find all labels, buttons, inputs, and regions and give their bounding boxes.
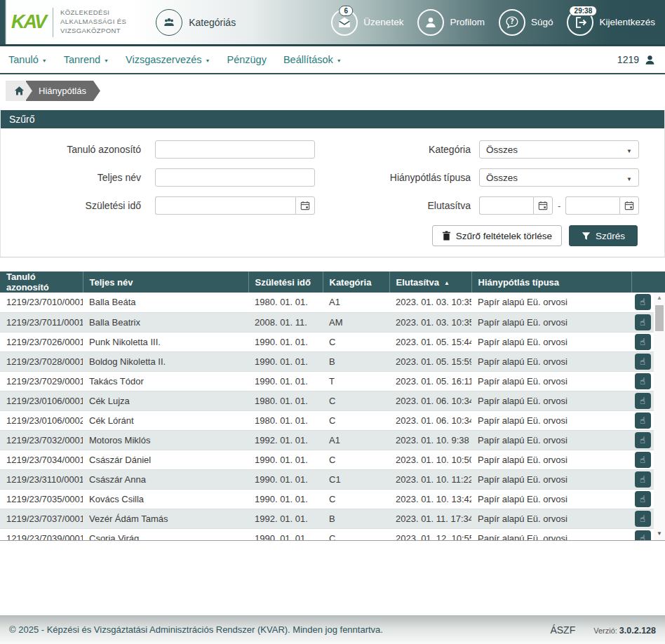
table-row: 1219/23/0106/0001 Cék Lujza 1980. 01. 01…: [0, 391, 654, 410]
copyright-text: © 2025 - Képzési és Vizsgáztatási Admini…: [9, 624, 383, 635]
table-row: 1219/23/7037/0001 Vezér Ádám Tamás 1992.…: [0, 509, 654, 528]
table-row: 1219/23/7035/0001 Kovács Csilla 1990. 01…: [0, 489, 654, 509]
cell-id: 1219/23/7032/0001: [0, 430, 83, 450]
cell-rejected: 2023. 01. 03. 10:35: [389, 293, 471, 312]
col-header-tanulo-azonosito[interactable]: Tanuló azonosító: [0, 271, 83, 293]
student-id-input[interactable]: [155, 140, 315, 159]
scroll-up-icon[interactable]: [654, 293, 665, 303]
open-record-button[interactable]: [635, 334, 651, 350]
nav-label: Tanuló: [8, 54, 39, 65]
open-record-button[interactable]: [635, 354, 651, 370]
terms-link[interactable]: ÁSZF: [550, 624, 575, 636]
type-select[interactable]: Összes: [479, 168, 639, 187]
col-header-teljes-nev[interactable]: Teljes név: [83, 271, 248, 293]
open-record-button[interactable]: [635, 393, 651, 409]
group-icon: [156, 9, 182, 36]
messages-button[interactable]: 6 Üzenetek: [331, 9, 403, 36]
nav-item-vizsgaszervezes[interactable]: Vizsgaszervezés: [126, 54, 210, 65]
app-footer: © 2025 - Képzési és Vizsgáztatási Admini…: [0, 615, 665, 644]
scrollbar-thumb[interactable]: [655, 305, 664, 331]
filter-panel-body: Tanuló azonosító Kategória Összes Teljes…: [1, 128, 664, 257]
open-record-button[interactable]: [635, 373, 651, 389]
cell-type: Papír alapú Eü. orvosi: [471, 351, 631, 371]
col-header-hianypotlas-tipusa[interactable]: Hiánypótlás típusa: [471, 271, 631, 293]
help-label: Súgó: [531, 17, 553, 27]
calendar-icon[interactable]: [619, 196, 639, 215]
full-name-input[interactable]: [155, 168, 315, 187]
cell-birth: 1992. 01. 01.: [248, 430, 323, 450]
nav-item-beallitasok[interactable]: Beállítások: [283, 54, 342, 65]
table-row: 1219/23/7028/0001 Boldog Nikoletta II. 1…: [0, 351, 654, 371]
nav-item-tanulo[interactable]: Tanuló: [8, 54, 47, 65]
profile-button[interactable]: Profilom: [417, 9, 485, 36]
cell-type: Papír alapú Eü. orvosi: [471, 469, 631, 489]
calendar-icon[interactable]: [533, 196, 553, 215]
user-session-indicator[interactable]: 1219: [617, 53, 657, 67]
kav-logo[interactable]: KAV KÖZLEKEDÉSI ALKALMASSÁGI ÉS VIZSGAKÖ…: [11, 8, 126, 37]
rejected-from-input[interactable]: [479, 196, 533, 215]
vertical-scrollbar: [654, 271, 665, 540]
cell-category: C: [323, 528, 389, 541]
cell-name: Kovács Csilla: [83, 489, 248, 509]
help-bubble-icon: ?: [499, 9, 525, 36]
open-record-button[interactable]: [635, 294, 651, 310]
col-header-kategoria[interactable]: Kategória: [323, 271, 389, 293]
cell-rejected: 2023. 01. 03. 10:35: [389, 312, 471, 332]
breadcrumb-current: Hiánypótlás: [26, 81, 100, 101]
cell-type: Papír alapú Eü. orvosi: [471, 430, 631, 450]
filter-funnel-icon: [582, 232, 591, 241]
scroll-down-icon[interactable]: [654, 528, 665, 539]
open-record-button[interactable]: [635, 452, 651, 468]
trash-icon: [442, 231, 451, 241]
profile-label: Profilom: [450, 17, 485, 27]
cell-rejected: 2023. 01. 11. 17:34: [389, 509, 471, 528]
birth-date-input[interactable]: [155, 196, 295, 215]
open-record-button[interactable]: [635, 471, 651, 488]
nav-item-tanrend[interactable]: Tanrend: [64, 54, 109, 65]
rejected-to-input[interactable]: [565, 196, 619, 215]
open-record-button[interactable]: [635, 314, 651, 330]
category-select[interactable]: Összes: [479, 140, 639, 159]
open-record-button[interactable]: [635, 511, 651, 527]
category-label: Kategória: [332, 144, 471, 155]
logo-line2: ALKALMASSÁGI ÉS: [60, 18, 126, 27]
table-row: 1219/23/3110/0001 Császár Anna 1990. 01.…: [0, 469, 654, 489]
nav-label: Pénzügy: [227, 54, 266, 65]
nav-label: Tanrend: [64, 54, 100, 65]
filter-submit-button[interactable]: Szűrés: [569, 225, 638, 246]
main-nav: Tanuló Tanrend Vizsgaszervezés Pénzügy B…: [0, 46, 665, 74]
category-mode-label: Kategóriás: [189, 17, 236, 28]
logout-button[interactable]: 29:38 Kijelentkezés: [567, 9, 655, 36]
open-record-button[interactable]: [635, 432, 651, 448]
cell-rejected: 2023. 01. 10. 9:38: [389, 430, 471, 450]
nav-item-penzugy[interactable]: Pénzügy: [227, 54, 266, 65]
cell-rejected: 2023. 01. 10. 11:22: [389, 469, 471, 489]
breadcrumb: Hiánypótlás: [6, 81, 665, 101]
category-mode-button[interactable]: Kategóriás: [156, 9, 236, 36]
table-row: 1219/23/7034/0001 Császár Dániel 1990. 0…: [0, 450, 654, 469]
scrollbar-track[interactable]: [654, 293, 665, 540]
col-header-szuletesi-ido[interactable]: Születési idő: [248, 271, 323, 293]
cell-category: C: [323, 391, 389, 410]
table-row: 1219/23/7010/0001 Balla Beáta 1980. 01. …: [0, 293, 654, 312]
table-row: 1219/23/7029/0001 Takács Tódor 1990. 01.…: [0, 371, 654, 391]
col-header-actions: [631, 271, 654, 293]
type-select-value: Összes: [486, 173, 518, 183]
cell-name: Takács Tódor: [83, 371, 248, 391]
cell-rejected: 2023. 01. 05. 16:11: [389, 371, 471, 391]
cell-id: 1219/23/7037/0001: [0, 509, 83, 528]
open-record-button[interactable]: [635, 530, 651, 542]
clear-filters-button[interactable]: Szűrő feltételek törlése: [432, 225, 562, 246]
cell-birth: 1980. 01. 01.: [248, 391, 323, 410]
scrollbar-header-cap: [654, 271, 665, 293]
rejected-label: Elutasítva: [332, 200, 471, 211]
help-button[interactable]: ? Súgó: [499, 9, 553, 36]
cell-id: 1219/23/7010/0001: [0, 293, 83, 312]
calendar-icon[interactable]: [295, 196, 315, 215]
app-header: KAV KÖZLEKEDÉSI ALKALMASSÁGI ÉS VIZSGAKÖ…: [0, 0, 665, 46]
open-record-button[interactable]: [635, 491, 651, 507]
cell-name: Boldog Nikoletta II.: [83, 351, 248, 371]
header-actions: 6 Üzenetek Profilom: [331, 9, 655, 36]
open-record-button[interactable]: [635, 412, 651, 429]
col-header-elutasitva-sorted[interactable]: Elutasítva: [389, 271, 471, 293]
